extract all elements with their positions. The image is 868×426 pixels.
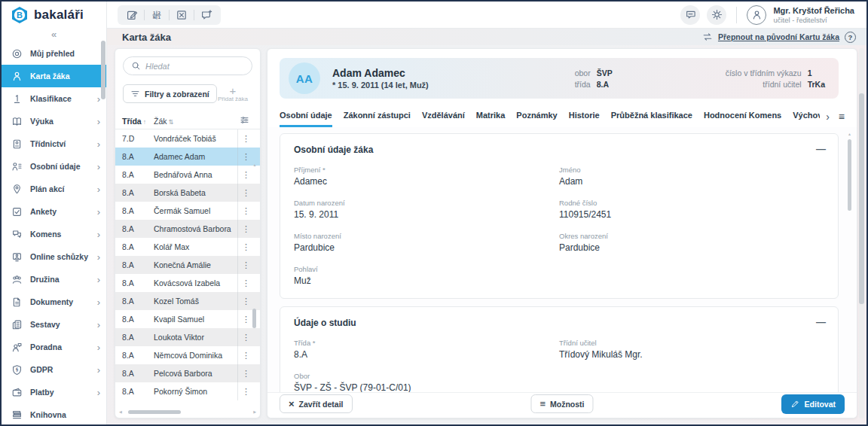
tab-hodnoceni-komens[interactable]: Hodnocení Komens <box>704 106 781 127</box>
sidebar-item-knihovna[interactable]: Knihovna <box>2 403 106 426</box>
column-settings-button[interactable] <box>240 114 249 128</box>
tab-prubezna-klasifikace[interactable]: Průběžná klasifikace <box>611 106 692 127</box>
sidebar-item-sestavy[interactable]: Sestavy › <box>2 313 106 336</box>
student-row[interactable]: 8.AKonečná Amálie⋮ <box>115 256 260 274</box>
user-avatar[interactable] <box>747 5 766 25</box>
sidebar-item-ankety[interactable]: Ankety › <box>2 200 106 223</box>
student-row[interactable]: 8.APokorný Šimon⋮ <box>115 382 260 400</box>
sidebar-item-komens[interactable]: Komens › <box>2 223 106 245</box>
scroll-left-icon[interactable]: ◀ <box>119 409 122 414</box>
edit-button[interactable]: Editovat <box>781 394 845 414</box>
sidebar-collapse-button[interactable]: « <box>2 29 106 42</box>
student-row[interactable]: 8.ANěmcová Dominika⋮ <box>115 346 260 364</box>
new-message-button[interactable] <box>197 7 216 23</box>
options-button[interactable]: ≡ Možnosti <box>530 394 593 413</box>
list-vscroll-thumb[interactable] <box>252 309 256 328</box>
svg-text:1: 1 <box>153 10 156 14</box>
sidebar-item-vyuka[interactable]: Výuka › <box>2 110 106 132</box>
options-label: Možnosti <box>550 400 585 409</box>
page-scrollbar-thumb[interactable] <box>859 93 864 304</box>
sidebar-item-dokumenty[interactable]: Dokumenty › <box>2 291 106 313</box>
detail-scrollbar-thumb[interactable] <box>848 139 851 211</box>
sidebar-item-label: Družina <box>30 275 60 284</box>
student-row[interactable]: 8.AKovácsová Izabela⋮ <box>115 274 260 292</box>
sidebar-item-druzina[interactable]: Družina › <box>2 268 106 291</box>
student-row[interactable]: 8.ABorská Babeta⋮ <box>115 184 260 202</box>
trida-value: 8.A <box>597 80 613 89</box>
card-udaje-o-studiu: Údaje o studiu — Třída *8.A Třídní učite… <box>280 306 839 392</box>
student-row[interactable]: 8.AKvapil Samuel⋮ <box>115 310 260 328</box>
add-student-button[interactable]: + Přidat žáka <box>218 86 252 102</box>
tab-poznamky[interactable]: Poznámky <box>516 106 557 127</box>
student-row[interactable]: 8.ALoukota Viktor⋮ <box>115 328 260 346</box>
brand-logo[interactable]: B bakaláři <box>2 2 106 29</box>
student-row[interactable]: 7.DVondráček Tobiáš⋮ <box>115 129 260 148</box>
settings-button[interactable] <box>707 5 726 25</box>
tab-vzdelavani[interactable]: Vzdělávání <box>422 106 465 127</box>
student-list-panel: Hledat Filtry a zobrazení + Přidat žáka … <box>115 48 261 418</box>
sidebar-item-label: Sestavy <box>30 320 60 329</box>
tab-osobni-udaje[interactable]: Osobní údaje <box>280 106 332 127</box>
sidebar-item-label: Poradna <box>30 342 62 351</box>
sidebar-item-poradna[interactable]: Poradna › <box>2 336 106 358</box>
student-row[interactable]: 8.AKolář Max⋮ <box>115 238 260 256</box>
student-row[interactable]: 8.APelcová Barbora⋮ <box>115 364 260 382</box>
sidebar-item-klasifikace[interactable]: Klasifikace › <box>2 87 106 110</box>
student-row[interactable]: 8.AČermák Samuel⋮ <box>115 202 260 220</box>
sidebar-scrollbar-thumb[interactable] <box>101 41 105 99</box>
tab-matrika[interactable]: Matrika <box>476 106 506 127</box>
column-header-zak[interactable]: Žák⇅ <box>154 117 174 126</box>
switch-to-legacy-link[interactable]: Přepnout na původní Kartu žáka <box>718 32 839 41</box>
messages-button[interactable] <box>680 5 700 25</box>
sidebar-item-muj-prehled[interactable]: Můj přehled <box>2 42 106 65</box>
scroll-up-icon[interactable]: ▲ <box>252 162 258 168</box>
filters-button[interactable]: Filtry a zobrazení <box>123 84 217 103</box>
sidebar-item-osobni-udaje[interactable]: Osobní údaje › <box>2 155 106 178</box>
tabs-menu-button[interactable]: ≡ <box>839 111 845 123</box>
search-input[interactable]: Hledat <box>123 56 252 75</box>
close-detail-button[interactable]: × Zavřít detail <box>280 394 353 413</box>
collapse-card-button[interactable]: — <box>816 316 826 327</box>
sidebar-item-gdpr[interactable]: § GDPR › <box>2 358 106 381</box>
sidebar-item-online-schuzky[interactable]: Online schůzky › <box>2 245 106 268</box>
absence-button[interactable] <box>172 7 191 23</box>
tabs-overflow-button[interactable]: › <box>826 111 830 123</box>
tab-zakonni-zastupci[interactable]: Zákonní zástupci <box>344 106 411 127</box>
sidebar-item-label: Ankety <box>30 207 57 216</box>
counselor-icon <box>11 342 23 353</box>
page-scrollbar[interactable] <box>859 48 864 418</box>
sidebar-item-platby[interactable]: Platby › <box>2 381 106 403</box>
reports-icon <box>11 319 23 330</box>
sidebar-item-karta-zaka[interactable]: Karta žáka <box>2 65 106 87</box>
sidebar-nav: Můj přehled Karta žáka Klasifikace › Výu… <box>2 42 106 426</box>
tab-historie[interactable]: Historie <box>569 106 600 127</box>
card-osobni-udaje-zaka: Osobní údaje žáka — Příjmení *Adamec Jmé… <box>280 133 839 299</box>
student-name: Adam Adamec <box>332 66 429 80</box>
student-row[interactable]: 8.AChramostová Barbora⋮ <box>115 220 260 238</box>
sidebar-item-tridnictvi[interactable]: Třídnictví › <box>2 132 106 155</box>
collapse-card-button[interactable]: — <box>816 143 826 154</box>
student-row[interactable]: 8.AKozel Tomáš⋮ <box>115 292 260 310</box>
quick-actions-toolbar: 12N1 <box>118 5 221 25</box>
scroll-up-icon[interactable]: ▲ <box>847 132 852 137</box>
field-tridni-ucitel: Třídní učitelTřídový Mikuláš Mgr. <box>559 339 824 360</box>
column-header-trida[interactable]: Třída↑ <box>122 117 154 126</box>
svg-text:B: B <box>17 11 23 20</box>
user-info[interactable]: Mgr. Kryštof Řeřicha učitel - ředitelstv… <box>773 6 854 24</box>
row-menu-icon[interactable]: ⋮ <box>237 129 254 148</box>
sidebar-item-label: Výuka <box>30 117 53 126</box>
group-icon <box>11 274 23 285</box>
detail-scrollbar[interactable]: ▲ <box>847 132 852 388</box>
student-row-selected[interactable]: 8.AAdamec Adam⋮ <box>115 148 260 166</box>
list-vertical-scrollbar[interactable]: ▲ <box>252 162 258 398</box>
sidebar-item-plan-akci[interactable]: Plán akcí › <box>2 178 106 200</box>
list-horizontal-scrollbar[interactable]: ◀ ▶ <box>115 406 260 418</box>
help-button[interactable]: ? <box>845 32 856 43</box>
subheader-right: Přepnout na původní Kartu žáka ? <box>702 32 866 43</box>
student-row[interactable]: 8.ABednářová Anna⋮ <box>115 166 260 184</box>
list-hscroll-thumb[interactable] <box>128 410 181 414</box>
sidebar-scrollbar[interactable] <box>101 30 105 423</box>
grades-overview-button[interactable]: 12N1 <box>147 7 167 23</box>
write-grade-button[interactable] <box>122 7 142 23</box>
scroll-right-icon[interactable]: ▶ <box>253 409 256 414</box>
